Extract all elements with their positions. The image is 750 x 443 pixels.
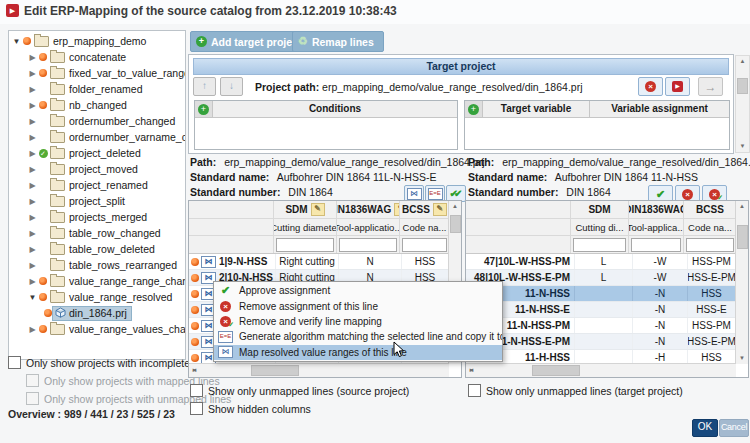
chevron-down-icon[interactable]: ▼ <box>11 37 22 46</box>
table-row[interactable]: 11-N-HSS-E-PM -N HSS-E-PM <box>466 334 736 350</box>
chevron-right-icon[interactable]: ▶ <box>27 277 38 286</box>
chevron-right-icon[interactable]: ▶ <box>27 229 38 238</box>
chevron-right-icon[interactable]: ▶ <box>27 165 38 174</box>
scrollbar-thumb[interactable] <box>251 365 299 376</box>
standard-name-value: Aufbohrer DIN 1864 11L-N-HSS-E <box>277 171 437 183</box>
chevron-down-icon[interactable]: ▼ <box>27 293 38 302</box>
chevron-right-icon[interactable]: ▶ <box>27 245 38 254</box>
scroll-up-icon[interactable]: ▲ <box>449 201 461 212</box>
tree-item-ordernumber-varname-changed[interactable]: ▶ ordernumber_varname_changed <box>9 129 185 145</box>
button-label: Remap lines <box>312 36 374 48</box>
chevron-right-icon[interactable]: ▶ <box>27 181 38 190</box>
scroll-right-icon[interactable]: ► <box>466 364 477 377</box>
move-up-button[interactable]: ↑ <box>193 77 216 96</box>
horizontal-scrollbar[interactable]: ◄ ► <box>466 363 736 377</box>
chevron-right-icon[interactable]: ▶ <box>27 117 38 126</box>
table-row-selected[interactable]: 11-N-HSS -N HSS <box>466 286 736 302</box>
menu-item-generate-algorithm[interactable]: E=E Generate algorithm matching the sele… <box>214 329 502 344</box>
tree-item-table-row-deleted[interactable]: ▶ table_row_deleted <box>9 241 185 257</box>
menu-item-map-resolved-value-ranges[interactable]: ⋈ Map resolved value ranges of this line <box>214 345 502 360</box>
chevron-right-icon[interactable]: ▶ <box>27 69 38 78</box>
chevron-right-icon[interactable]: ▶ <box>27 53 38 62</box>
filter-input[interactable] <box>686 238 734 252</box>
tree-item-projects-merged[interactable]: ▶ projects_merged <box>9 209 185 225</box>
chevron-right-icon[interactable]: ▶ <box>27 213 38 222</box>
tree-item-project-split[interactable]: ▶ project_split <box>9 193 185 209</box>
chevron-right-icon[interactable]: ▶ <box>27 149 38 158</box>
open-project-editor-button[interactable]: ▶ <box>665 77 690 96</box>
move-down-button[interactable]: ↓ <box>220 77 243 96</box>
forward-button[interactable]: → <box>698 77 723 96</box>
table-row[interactable]: 11-N-HSS-PM -N HSS-PM <box>466 318 736 334</box>
tree-item-erp-mapping-demo[interactable]: ▼ erp_mapping_demo <box>9 33 185 49</box>
warning-badge-icon <box>44 309 52 317</box>
project-path: Project path: erp_mapping_demo/value_ran… <box>255 81 582 93</box>
tree-item-value-range-resolved[interactable]: ▼ value_range_resolved <box>9 289 185 305</box>
chevron-right-icon[interactable]: ▶ <box>27 325 38 334</box>
add-condition-button[interactable]: + <box>195 101 213 117</box>
tree-item-din-1864-prj[interactable]: din_1864.prj <box>9 305 185 321</box>
scroll-down-icon[interactable]: ▼ <box>736 141 749 152</box>
filter-input[interactable] <box>631 238 681 252</box>
chevron-right-icon[interactable]: ▶ <box>27 85 38 94</box>
vertical-scrollbar[interactable]: ▲ ▼ <box>735 201 748 364</box>
edit-column-icon[interactable]: ✎ <box>433 203 447 216</box>
map-icon: ⋈ <box>407 188 422 200</box>
chevron-right-icon[interactable]: ▶ <box>27 261 38 270</box>
filter-input[interactable] <box>573 238 626 252</box>
plus-icon: + <box>196 36 207 47</box>
tree-item-project-deleted[interactable]: ▶ ✓ project_deleted <box>9 145 185 161</box>
scrollbar-thumb[interactable] <box>737 225 748 249</box>
panel-vertical-scrollbar[interactable]: ▲ ▼ <box>735 55 750 153</box>
filter-input[interactable] <box>402 238 447 252</box>
tree-item-table-row-changed[interactable]: ▶ table_row_changed <box>9 225 185 241</box>
tree-item-label: folder_renamed <box>69 83 143 95</box>
show-hidden-columns-checkbox[interactable]: Show hidden columns <box>190 402 311 415</box>
scroll-up-icon[interactable]: ▲ <box>736 56 749 67</box>
table-row[interactable]: 48|10L-W-HSS-E-PM L -W HSS-E-PM <box>466 270 736 286</box>
tree-item-project-renamed[interactable]: ▶ project_renamed <box>9 177 185 193</box>
checkbox-box[interactable] <box>190 384 203 397</box>
tree-item-nb-changed[interactable]: ▶ nb_changed <box>9 97 185 113</box>
scroll-right-icon[interactable]: ► <box>189 364 200 377</box>
tree-item-concatenate[interactable]: ▶ concatenate <box>9 49 185 65</box>
table-row[interactable]: 47|10L-W-HSS-PM L -W HSS-PM <box>466 254 736 270</box>
remap-lines-button[interactable]: ♻ Remap lines <box>292 31 384 52</box>
folder-icon <box>50 52 65 63</box>
filter-input[interactable] <box>276 238 334 252</box>
menu-item-remove-and-verify[interactable]: ×✓ Remove and verify line mapping <box>214 314 502 329</box>
checkbox-box[interactable] <box>8 356 21 369</box>
tree-item-value-range-range-changed[interactable]: ▶ value_range_range_changed <box>9 273 185 289</box>
scroll-down-icon[interactable]: ▼ <box>736 353 748 364</box>
tree-item-project-moved[interactable]: ▶ project_moved <box>9 161 185 177</box>
horizontal-scrollbar[interactable]: ◄ ► <box>189 363 449 377</box>
delete-target-project-button[interactable]: × <box>638 77 663 96</box>
add-variable-button[interactable]: + <box>465 101 483 117</box>
scrollbar-thumb[interactable] <box>450 215 461 233</box>
chevron-right-icon[interactable]: ▶ <box>27 133 38 142</box>
scroll-up-icon[interactable]: ▲ <box>736 201 748 212</box>
menu-item-approve-assignment[interactable]: ✔ Approve assignment <box>214 283 502 298</box>
standard-name-label: Standard name: <box>190 171 269 183</box>
tree-item-table-rows-rearranged[interactable]: ▶ table_rows_rearranged <box>9 257 185 273</box>
ok-button[interactable]: OK <box>692 419 718 437</box>
scrollbar-thumb[interactable] <box>532 365 580 376</box>
show-unmapped-source-checkbox[interactable]: Show only unmapped lines (source project… <box>190 384 409 397</box>
menu-item-remove-assignment[interactable]: × Remove assignment of this line <box>214 298 502 313</box>
edit-column-icon[interactable]: ✎ <box>311 203 325 216</box>
show-unmapped-target-checkbox[interactable]: Show only unmapped lines (target project… <box>468 384 683 397</box>
tree-item-folder-renamed[interactable]: ▶ folder_renamed <box>9 81 185 97</box>
scrollbar-thumb[interactable] <box>737 78 748 94</box>
tree-item-ordernumber-changed[interactable]: ▶ ordernumber_changed <box>9 113 185 129</box>
chevron-right-icon[interactable]: ▶ <box>27 197 38 206</box>
tree-item-value-range-values-changed[interactable]: ▶ value_range_values_changed <box>9 321 185 337</box>
table-row[interactable]: ⋈1|9-N-HSS Right cutting N HSS <box>189 254 449 270</box>
chevron-right-icon[interactable]: ▶ <box>27 101 38 110</box>
table-row[interactable]: 11-N-HSS-E -N HSS-E <box>466 302 736 318</box>
filter-input[interactable] <box>339 238 397 252</box>
table-row[interactable]: 11-H-HSS -H HSS <box>466 350 736 364</box>
tree-item-fixed-var-to-value-range[interactable]: ▶ fixed_var_to_value_range <box>9 65 185 81</box>
checkbox-box[interactable] <box>468 384 481 397</box>
checkbox-box[interactable] <box>190 402 203 415</box>
cancel-button[interactable]: Cancel <box>719 419 749 437</box>
